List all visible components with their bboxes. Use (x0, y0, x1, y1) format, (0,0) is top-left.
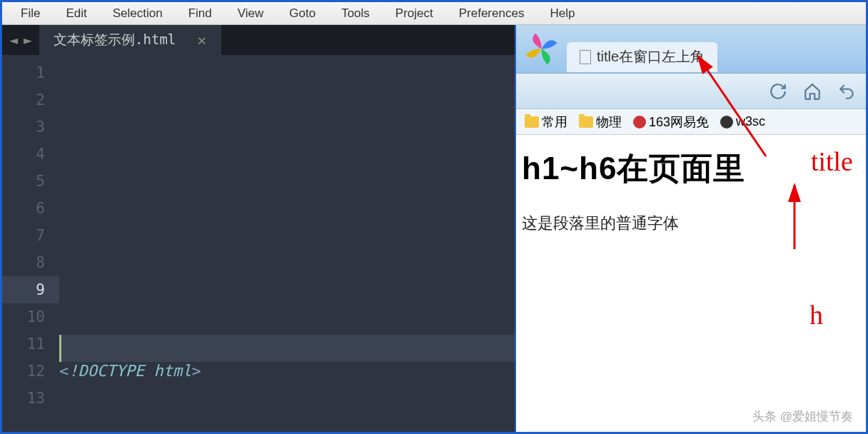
menu-selection[interactable]: Selection (100, 4, 176, 24)
menu-goto[interactable]: Goto (276, 4, 328, 24)
refresh-icon[interactable] (766, 79, 790, 104)
file-tab[interactable]: 文本标签示例.html × (39, 25, 221, 55)
bookmark-item[interactable]: 163网易免 (629, 112, 713, 132)
bookmarks-bar: 常用物理163网易免w3sc (516, 109, 866, 135)
tab-label: 文本标签示例.html (54, 31, 176, 49)
nav-back-icon[interactable]: ◄ (9, 31, 18, 49)
code-editor: ◄ ► 文本标签示例.html × 12345678910111213 <!DO… (2, 25, 516, 432)
code-area[interactable]: <!DOCTYPE html> <html> <head> <!--定义页面编码… (59, 55, 515, 434)
browser-titlebar: title在窗口左上角 (516, 25, 866, 74)
menu-find[interactable]: Find (176, 4, 225, 24)
menu-help[interactable]: Help (537, 4, 587, 24)
bookmark-item[interactable]: w3sc (716, 113, 769, 131)
bookmark-item[interactable]: 物理 (575, 112, 626, 132)
close-icon[interactable]: × (197, 31, 206, 49)
browser-tab-title: title在窗口左上角 (597, 47, 705, 66)
annotation-h-label: h (809, 299, 823, 330)
browser-pane: title在窗口左上角 常用物理163网易免w3sc h1~h6在页面里 这是段… (516, 25, 866, 432)
menu-preferences[interactable]: Preferences (446, 4, 538, 24)
line-gutter: 12345678910111213 (2, 55, 59, 434)
nav-fwd-icon[interactable]: ► (24, 31, 32, 49)
home-icon[interactable] (800, 79, 824, 104)
watermark: 头条 @爱姐慢节奏 (752, 408, 853, 425)
annotation-title-label: title (811, 146, 853, 177)
menu-tools[interactable]: Tools (328, 4, 383, 24)
page-content: h1~h6在页面里 这是段落里的普通字体 title h (516, 135, 866, 432)
undo-icon[interactable] (834, 79, 859, 104)
file-icon (580, 50, 591, 64)
menu-view[interactable]: View (225, 4, 277, 24)
page-paragraph: 这是段落里的普通字体 (522, 213, 860, 234)
page-h1: h1~h6在页面里 (522, 148, 860, 190)
browser-logo-icon (522, 29, 561, 69)
menu-file[interactable]: File (8, 4, 53, 24)
menu-edit[interactable]: Edit (53, 4, 99, 24)
menu-project[interactable]: Project (383, 4, 446, 24)
browser-tab[interactable]: title在窗口左上角 (567, 42, 717, 72)
browser-toolbar (516, 74, 866, 109)
editor-tab-bar: ◄ ► 文本标签示例.html × (2, 25, 515, 55)
bookmark-item[interactable]: 常用 (520, 112, 572, 132)
menu-bar: FileEditSelectionFindViewGotoToolsProjec… (2, 2, 866, 25)
